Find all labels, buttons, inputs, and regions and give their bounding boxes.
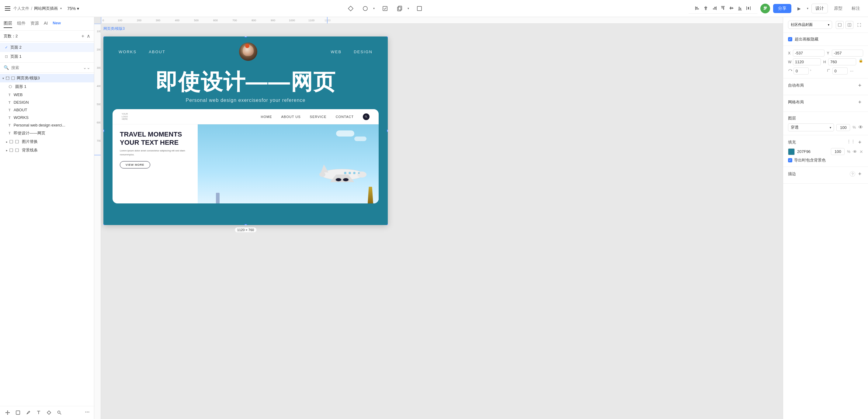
play-dropdown-icon[interactable]: ▾ [807, 7, 808, 10]
inner-nav-search-icon[interactable] [363, 114, 370, 120]
resize-handle-br[interactable] [387, 224, 388, 225]
tab-layers[interactable]: 图层 [4, 20, 12, 28]
diamond-tool-icon[interactable] [346, 4, 355, 13]
layer-item-works[interactable]: T WORKS [0, 114, 94, 121]
resize-handle-bl[interactable] [103, 224, 104, 225]
inner-nav-about[interactable]: ABOUT US [281, 115, 301, 119]
resize-handle-mr[interactable] [387, 130, 388, 132]
checkbox-tool-icon[interactable] [381, 4, 389, 13]
layer-item-personal[interactable]: T Personal web design exerci... [0, 121, 94, 129]
add-page-button[interactable]: + [82, 33, 84, 39]
inner-nav-service[interactable]: SERVICE [310, 115, 327, 119]
align-left-icon[interactable] [693, 4, 701, 12]
add-fill-button[interactable]: + [857, 139, 863, 146]
distribute-icon[interactable] [745, 4, 752, 12]
zoom-control[interactable]: 75% ▾ [65, 5, 82, 12]
layer-item-about[interactable]: T ABOUT [0, 106, 94, 114]
share-button[interactable]: 分享 [773, 4, 792, 13]
design-mode-button[interactable]: 设计 [811, 4, 828, 13]
collapse-layers-button[interactable]: ⌄⌄ [83, 65, 90, 70]
tab-components[interactable]: 组件 [17, 20, 26, 28]
mark-button[interactable]: 标注 [848, 4, 863, 13]
add-stroke-button[interactable]: + [857, 170, 863, 177]
x-input[interactable] [793, 50, 825, 57]
page-item-1[interactable]: ⊡ 页面 1 [0, 52, 94, 61]
layer-item-web[interactable]: T WEB [0, 91, 94, 98]
community-cover-select[interactable]: 社区作品封面 ▾ [788, 21, 832, 29]
more-options-button[interactable] [85, 410, 90, 416]
collapse-pages-button[interactable]: ∧ [87, 33, 90, 39]
breadcrumb-dropdown-icon[interactable]: ▾ [60, 7, 62, 10]
layer-expand-icon[interactable]: ▾ [2, 76, 4, 80]
inner-nav-home[interactable]: HOME [261, 115, 272, 119]
design-frame-container[interactable]: WORKS ABOUT WEB DESIGN [103, 36, 388, 225]
canvas-viewport[interactable]: 网页类/模版3 [101, 24, 783, 419]
copy-tool-dropdown-icon[interactable]: ▾ [407, 7, 409, 10]
export-bg-checkbox[interactable]: ✓ [788, 158, 792, 162]
layer-item-image-group[interactable]: ▸ 图片替换 [0, 137, 94, 146]
fill-dots-icon[interactable]: ⋮⋮ [847, 139, 855, 146]
canvas-area[interactable]: 0 100 200 300 400 500 600 700 800 900 10… [94, 17, 783, 419]
page-item-2[interactable]: ✓ 页面 2 [0, 43, 94, 52]
frame-select-tool-icon[interactable] [14, 409, 21, 416]
add-grid-layout-button[interactable]: + [857, 99, 863, 105]
y-input[interactable] [832, 50, 863, 57]
fill-visibility-icon[interactable]: 👁 [853, 149, 857, 154]
frame-tool-icon[interactable] [415, 4, 424, 13]
hamburger-icon[interactable] [5, 6, 10, 11]
nav-works[interactable]: WORKS [119, 50, 136, 54]
more-options-icon[interactable]: ··· [849, 67, 855, 74]
search-icon[interactable]: 🔍 [4, 65, 9, 70]
component-icon[interactable] [45, 409, 52, 416]
pen-tool-icon[interactable] [25, 409, 32, 416]
circle-tool-dropdown-icon[interactable]: ▾ [373, 7, 375, 10]
copy-tool-icon[interactable] [395, 4, 404, 13]
search-input[interactable] [11, 65, 81, 70]
corner-input[interactable] [832, 67, 848, 74]
align-center-h-icon[interactable] [702, 4, 710, 12]
blend-mode-select[interactable]: 穿透 ▾ [788, 124, 834, 131]
h-input[interactable] [828, 58, 856, 65]
move-tool-icon[interactable] [4, 409, 11, 416]
resize-handle-bm[interactable] [245, 224, 247, 225]
align-top-icon[interactable] [719, 4, 727, 12]
cover-single-icon[interactable] [836, 21, 844, 29]
layer-visibility-icon[interactable]: 👁 [858, 125, 863, 130]
layer-item-bg-lines[interactable]: ▸ 背景线条 [0, 146, 94, 155]
layer-item-circle1[interactable]: 圆形 1 [0, 83, 94, 91]
nav-web[interactable]: WEB [331, 50, 342, 54]
opacity-input[interactable] [836, 124, 850, 131]
breadcrumb-personal[interactable]: 个人文件 [13, 6, 29, 11]
nav-about[interactable]: ABOUT [149, 50, 165, 54]
design-frame[interactable]: WORKS ABOUT WEB DESIGN [103, 36, 388, 225]
lock-aspect-icon[interactable]: 🔒 [859, 58, 863, 65]
text-tool-icon[interactable] [35, 409, 42, 416]
overflow-checkbox[interactable]: ✓ [788, 37, 792, 41]
tab-assets[interactable]: 资源 [30, 20, 39, 28]
prototype-button[interactable]: 原型 [831, 4, 845, 13]
search-tool-icon[interactable] [56, 409, 63, 416]
layer-expand-img-icon[interactable]: ▸ [6, 140, 8, 143]
align-center-v-icon[interactable] [727, 4, 735, 12]
play-button[interactable]: ▶ [795, 4, 804, 13]
rotation-input[interactable] [794, 67, 809, 74]
layer-item-hero-title[interactable]: T 即使设计——网页 [0, 129, 94, 137]
nav-design[interactable]: DESIGN [354, 50, 373, 54]
inner-nav-contact[interactable]: CONTACT [336, 115, 354, 119]
tab-new[interactable]: New [53, 20, 61, 28]
fill-delete-icon[interactable]: ✕ [860, 149, 863, 154]
fill-hex-value[interactable]: 207F96 [797, 149, 829, 154]
layer-item-frame-root[interactable]: ▾ 网页类/模版3 [0, 74, 94, 83]
inner-view-more-button[interactable]: VIEW MORE [120, 161, 150, 168]
cover-split-icon[interactable] [845, 21, 854, 29]
circle-tool-icon[interactable] [361, 4, 370, 13]
breadcrumb-project[interactable]: 网站网页插画 [34, 6, 58, 11]
layer-expand-bg-icon[interactable]: ▸ [6, 149, 8, 152]
resize-handle-ml[interactable] [103, 130, 104, 132]
fill-color-swatch[interactable] [788, 149, 795, 155]
tab-ai[interactable]: AI [44, 20, 48, 28]
layer-item-design[interactable]: T DESIGN [0, 98, 94, 106]
fill-opacity-input[interactable] [831, 148, 845, 155]
w-input[interactable] [793, 58, 821, 65]
cover-expand-icon[interactable] [855, 21, 863, 29]
